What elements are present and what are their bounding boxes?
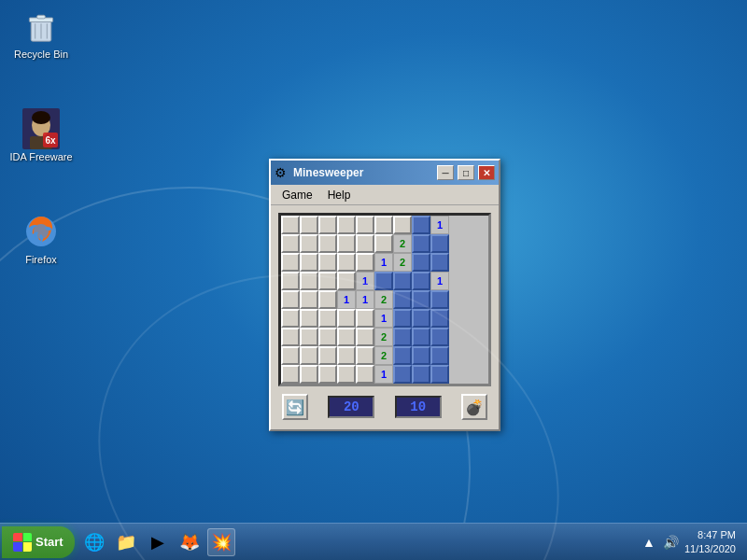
grid-cell[interactable] — [393, 328, 412, 346]
grid-cell[interactable] — [374, 216, 393, 234]
grid-cell[interactable] — [356, 309, 374, 328]
flag-button[interactable]: 💣 — [461, 394, 487, 420]
start-button[interactable]: Start — [2, 526, 75, 558]
grid-cell[interactable] — [393, 216, 412, 234]
grid-cell[interactable] — [374, 234, 393, 253]
close-button[interactable]: ✕ — [478, 165, 495, 180]
grid-cell[interactable]: 2 — [393, 253, 412, 272]
firefox-icon[interactable]: Firefox — [4, 213, 78, 265]
grid-cell[interactable] — [430, 346, 449, 365]
grid-cell[interactable] — [430, 253, 449, 272]
grid-cell[interactable] — [318, 328, 337, 346]
restore-button[interactable]: □ — [458, 165, 474, 180]
grid-cell[interactable] — [318, 309, 337, 328]
grid-cell[interactable] — [356, 253, 374, 272]
grid-cell[interactable] — [318, 365, 337, 384]
grid-cell[interactable] — [281, 216, 300, 234]
grid-cell[interactable] — [412, 234, 430, 253]
grid-cell[interactable] — [300, 253, 318, 272]
grid-cell[interactable] — [412, 328, 430, 346]
grid-cell[interactable] — [412, 309, 430, 328]
recycle-bin-icon[interactable]: Recycle Bin — [4, 7, 78, 60]
grid-cell[interactable] — [300, 328, 318, 346]
minimize-button[interactable]: ─ — [437, 165, 454, 180]
grid-cell[interactable] — [430, 309, 449, 328]
grid-cell[interactable] — [318, 216, 337, 234]
grid-cell[interactable] — [281, 309, 300, 328]
grid-cell[interactable] — [356, 328, 374, 346]
grid-cell[interactable] — [393, 272, 412, 290]
grid-cell[interactable] — [393, 365, 412, 384]
grid-cell[interactable] — [337, 234, 356, 253]
grid-cell[interactable] — [412, 216, 430, 234]
grid-cell[interactable] — [430, 290, 449, 309]
grid-cell[interactable]: 1 — [337, 290, 356, 309]
reset-button[interactable]: 🔄 — [282, 394, 308, 420]
grid-cell[interactable] — [393, 309, 412, 328]
grid-cell[interactable]: 1 — [430, 216, 449, 234]
grid-cell[interactable]: 1 — [430, 272, 449, 290]
taskbar-media-icon[interactable]: ▶ — [144, 528, 172, 556]
grid-cell[interactable]: 1 — [374, 309, 393, 328]
grid-cell[interactable] — [337, 365, 356, 384]
grid-cell[interactable] — [281, 253, 300, 272]
grid-cell[interactable] — [318, 253, 337, 272]
grid-cell[interactable]: 2 — [374, 328, 393, 346]
grid-cell[interactable] — [412, 272, 430, 290]
grid-cell[interactable] — [356, 216, 374, 234]
grid-cell[interactable] — [337, 253, 356, 272]
grid-cell[interactable] — [300, 346, 318, 365]
grid-cell[interactable] — [318, 346, 337, 365]
grid-cell[interactable] — [281, 290, 300, 309]
grid-cell[interactable]: 2 — [393, 234, 412, 253]
grid-cell[interactable] — [318, 290, 337, 309]
grid-cell[interactable] — [430, 365, 449, 384]
grid-cell[interactable]: 1 — [374, 253, 393, 272]
grid-cell[interactable] — [318, 272, 337, 290]
grid-cell[interactable] — [281, 272, 300, 290]
grid-cell[interactable] — [300, 234, 318, 253]
taskbar-ie-icon[interactable]: 🌐 — [80, 528, 108, 556]
grid-cell[interactable] — [430, 234, 449, 253]
grid-cell[interactable] — [412, 365, 430, 384]
grid-cell[interactable] — [281, 234, 300, 253]
taskbar-explorer-icon[interactable]: 📁 — [112, 528, 140, 556]
grid-cell[interactable] — [356, 346, 374, 365]
grid-cell[interactable]: 2 — [374, 290, 393, 309]
grid-cell[interactable]: 1 — [356, 272, 374, 290]
grid-cell[interactable] — [356, 365, 374, 384]
grid-cell[interactable] — [412, 290, 430, 309]
grid-cell[interactable] — [300, 290, 318, 309]
grid-cell[interactable] — [337, 272, 356, 290]
help-menu[interactable]: Help — [320, 187, 359, 203]
grid-cell[interactable] — [300, 365, 318, 384]
grid-cell[interactable] — [356, 234, 374, 253]
taskbar-minesweeper-icon[interactable]: 💥 — [207, 528, 235, 556]
grid-cell[interactable]: 1 — [374, 365, 393, 384]
grid-cell[interactable] — [281, 365, 300, 384]
game-menu[interactable]: Game — [275, 187, 320, 203]
grid-cell[interactable]: 1 — [356, 290, 374, 309]
grid-cell[interactable] — [300, 216, 318, 234]
taskbar-firefox-taskbar-icon[interactable]: 🦊 — [176, 528, 204, 556]
grid-cell[interactable] — [393, 346, 412, 365]
app-icon: ⚙ — [275, 165, 289, 180]
grid-cell[interactable] — [300, 309, 318, 328]
grid-cell[interactable] — [337, 328, 356, 346]
grid-cell[interactable] — [337, 346, 356, 365]
grid-cell[interactable] — [374, 272, 393, 290]
tray-arrow-icon[interactable]: ▲ — [640, 533, 658, 552]
grid-cell[interactable] — [337, 309, 356, 328]
grid-cell[interactable] — [337, 216, 356, 234]
grid-cell[interactable] — [393, 290, 412, 309]
grid-cell[interactable] — [412, 253, 430, 272]
grid-cell[interactable] — [430, 328, 449, 346]
grid-cell[interactable] — [300, 272, 318, 290]
grid-cell[interactable] — [281, 346, 300, 365]
grid-cell[interactable] — [318, 234, 337, 253]
ida-freeware-icon[interactable]: 6x IDA Freeware — [4, 110, 78, 162]
tray-volume-icon[interactable]: 🔊 — [662, 533, 681, 552]
grid-cell[interactable]: 2 — [374, 346, 393, 365]
grid-cell[interactable] — [281, 328, 300, 346]
grid-cell[interactable] — [412, 346, 430, 365]
